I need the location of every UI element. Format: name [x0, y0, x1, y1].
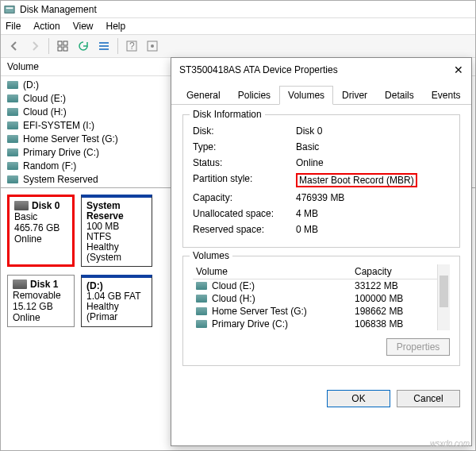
toolbar-help-icon[interactable]: ? [123, 37, 140, 55]
menu-view[interactable]: View [73, 21, 94, 32]
disk-type: Basic [14, 211, 67, 222]
menu-help[interactable]: Help [106, 21, 126, 32]
disk-status: Online [14, 233, 67, 245]
volume-label: Home Server Test (G:) [23, 133, 118, 145]
vol-name: Primary Drive (C:) [212, 318, 288, 330]
close-button[interactable]: ✕ [454, 64, 463, 76]
tab-details[interactable]: Details [376, 86, 423, 105]
tab-strip: General Policies Volumes Driver Details … [171, 85, 471, 105]
status-value: Online [296, 157, 324, 168]
disk-1-label[interactable]: Disk 1 Removable 15.12 GB Online [7, 275, 75, 327]
device-properties-dialog: ST3500418AS ATA Device Properties ✕ Gene… [171, 57, 472, 446]
volume-icon [196, 282, 207, 290]
watermark: wsxdn.com [430, 439, 470, 448]
unallocated-value: 4 MB [296, 208, 318, 219]
cancel-button[interactable]: Cancel [397, 390, 460, 407]
svg-rect-6 [99, 42, 109, 44]
volume-column-label: Volume [7, 61, 39, 72]
volume-icon [196, 307, 207, 315]
disk-icon [14, 201, 29, 210]
back-button[interactable] [6, 37, 23, 55]
tab-general[interactable]: General [178, 86, 229, 105]
volume-icon [7, 135, 18, 143]
disk-0-label[interactable]: Disk 0 Basic 465.76 GB Online [7, 195, 75, 267]
dialog-title-bar: ST3500418AS ATA Device Properties ✕ [171, 58, 471, 82]
partition-size: 100 MB NTFS [86, 221, 119, 242]
toolbar-grid-icon[interactable] [54, 37, 71, 55]
tab-content: Disk Information Disk:Disk 0 Type:Basic … [171, 105, 471, 384]
vol-name: Cloud (E:) [212, 280, 255, 291]
menu-action[interactable]: Action [33, 21, 60, 32]
svg-text:?: ? [129, 40, 135, 52]
dialog-buttons: OK Cancel [171, 384, 471, 414]
disk-size: 465.76 GB [14, 222, 67, 233]
volume-table-row[interactable]: Cloud (E:)33122 MB [193, 279, 437, 292]
volumes-table-header: Volume Capacity [193, 264, 437, 279]
volume-icon [7, 121, 18, 129]
type-key: Type: [193, 141, 296, 152]
volumes-group: Volumes Volume Capacity Cloud (E:)33122 … [182, 256, 460, 366]
volume-icon [196, 295, 207, 303]
svg-rect-0 [5, 6, 14, 13]
tab-policies[interactable]: Policies [229, 86, 279, 105]
volume-icon [7, 162, 18, 170]
disk-information-group: Disk Information Disk:Disk 0 Type:Basic … [182, 114, 460, 248]
partition-status: Healthy (Primar [86, 301, 119, 322]
volume-table-row[interactable]: Home Server Test (G:)198662 MB [193, 305, 437, 318]
reserved-key: Reserved space: [193, 224, 296, 235]
svg-rect-4 [58, 47, 62, 51]
svg-rect-1 [6, 7, 13, 9]
scrollbar[interactable] [437, 264, 450, 330]
volume-column[interactable]: Volume [196, 266, 355, 277]
svg-rect-7 [99, 45, 109, 47]
vol-cap: 100000 MB [355, 293, 434, 304]
menu-bar: File Action View Help [1, 18, 475, 34]
disk-size: 15.12 GB [13, 301, 69, 312]
tab-driver[interactable]: Driver [333, 86, 376, 105]
svg-point-12 [151, 44, 154, 48]
ok-button[interactable]: OK [327, 390, 390, 407]
partition-size: 1.04 GB FAT [86, 291, 140, 302]
scrollbar-thumb[interactable] [440, 276, 448, 307]
dialog-title: ST3500418AS ATA Device Properties [179, 64, 338, 75]
volume-icon [7, 81, 18, 89]
disk-name: Disk 1 [30, 279, 58, 290]
svg-rect-8 [99, 48, 109, 50]
capacity-value: 476939 MB [296, 192, 344, 203]
tab-volumes[interactable]: Volumes [279, 86, 333, 105]
group-title: Volumes [190, 250, 232, 261]
partition-title: (D:) [86, 280, 103, 291]
volume-label: Cloud (E:) [23, 93, 66, 104]
capacity-column[interactable]: Capacity [355, 266, 434, 277]
vol-cap: 33122 MB [355, 280, 434, 291]
toolbar-settings-icon[interactable] [144, 37, 161, 55]
partition[interactable]: System Reserve 100 MB NTFS Healthy (Syst… [81, 195, 152, 267]
title-bar: Disk Management [1, 1, 475, 18]
partition[interactable]: (D:) 1.04 GB FAT Healthy (Primar [81, 275, 152, 327]
volume-table-row[interactable]: Primary Drive (C:)106838 MB [193, 318, 437, 330]
menu-file[interactable]: File [6, 21, 21, 32]
vol-cap: 198662 MB [355, 306, 434, 317]
volume-label: Cloud (H:) [23, 106, 67, 118]
group-title: Disk Information [190, 109, 265, 120]
volume-icon [7, 148, 18, 156]
volume-label: EFI-SYSTEM (I:) [23, 120, 94, 131]
volume-label: System Reserved [23, 174, 98, 185]
disk-value: Disk 0 [296, 125, 322, 137]
capacity-key: Capacity: [193, 192, 296, 203]
volume-label: (D:) [23, 79, 39, 91]
partition-style-key: Partition style: [193, 173, 296, 187]
volume-table-row[interactable]: Cloud (H:)100000 MB [193, 292, 437, 305]
vol-cap: 106838 MB [355, 318, 434, 330]
forward-button[interactable] [26, 37, 44, 55]
disk-type: Removable [13, 290, 69, 301]
toolbar-list-icon[interactable] [95, 37, 113, 55]
properties-button: Properties [386, 338, 450, 356]
volume-icon [7, 108, 18, 116]
vol-name: Cloud (H:) [212, 293, 255, 304]
volume-label: Primary Drive (C:) [23, 147, 99, 158]
tab-events[interactable]: Events [423, 86, 470, 105]
volume-label: Random (F:) [23, 160, 76, 172]
toolbar: ? [1, 34, 475, 58]
refresh-button[interactable] [75, 37, 92, 55]
